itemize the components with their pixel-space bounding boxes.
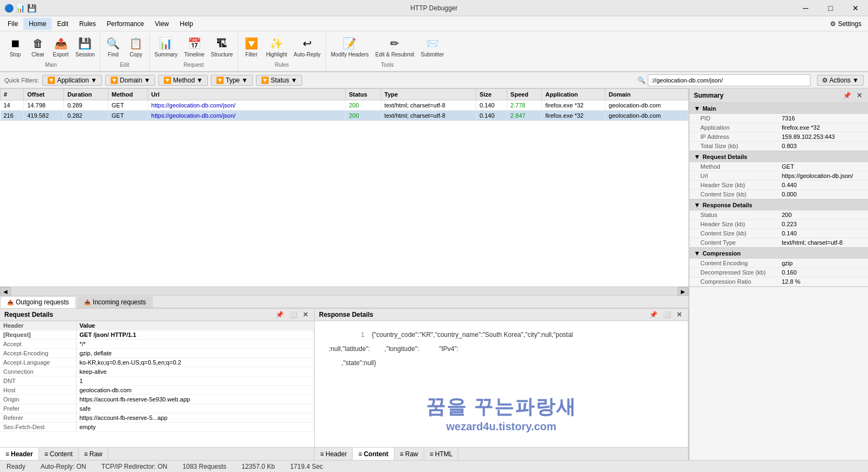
structure-button[interactable]: 🏗 Structure bbox=[208, 34, 236, 60]
menu-home[interactable]: Home bbox=[23, 18, 52, 30]
method-filter[interactable]: 🔽 Method ▼ bbox=[158, 75, 208, 86]
summary-value: 0.223 bbox=[782, 221, 797, 227]
request-table[interactable]: # Offset Duration Method Url Status Type… bbox=[0, 88, 688, 286]
col-method: Method bbox=[108, 89, 148, 100]
resp-close-button[interactable]: ✕ bbox=[675, 311, 684, 318]
req-tab-header[interactable]: ≡ Header bbox=[0, 448, 39, 460]
summary-row: Total Size (kb) 0.803 bbox=[690, 142, 868, 151]
resp-pin-button[interactable]: 📌 bbox=[648, 311, 659, 318]
session-button[interactable]: 💾 Session bbox=[73, 34, 98, 60]
menu-help[interactable]: Help bbox=[174, 18, 199, 30]
close-button[interactable]: ✕ bbox=[843, 0, 868, 16]
actions-chevron-icon: ▼ bbox=[852, 76, 859, 84]
status-filter[interactable]: 🔽 Status ▼ bbox=[256, 75, 302, 86]
content-tab-icon: ≡ bbox=[44, 450, 48, 458]
find-button[interactable]: 🔍 Find bbox=[103, 34, 124, 60]
type-filter[interactable]: 🔽 Type ▼ bbox=[211, 75, 253, 86]
application-filter-icon: 🔽 bbox=[47, 76, 55, 84]
application-filter[interactable]: 🔽 Application ▼ bbox=[42, 75, 102, 86]
summary-section-header[interactable]: ▼ Response Details bbox=[690, 200, 868, 211]
bottom-tab-bar: 📤 Outgoing requests 📥 Incoming requests bbox=[0, 295, 688, 308]
scroll-left-arrow[interactable]: ◀ bbox=[0, 287, 11, 296]
summary-key: Status bbox=[700, 212, 782, 218]
summary-close-button[interactable]: ✕ bbox=[855, 92, 864, 99]
app-icon2: 📊 bbox=[16, 4, 25, 12]
summary-row: Content Encoding gzip bbox=[690, 259, 868, 268]
edit-resubmit-button[interactable]: ✏ Edit & Resubmit bbox=[373, 34, 417, 60]
search-input[interactable] bbox=[648, 74, 810, 86]
list-item: Refererhttps://account-fb-reserve-5...ap… bbox=[0, 413, 314, 423]
list-item: Accept*/* bbox=[0, 340, 314, 349]
summary-sections: ▼ Main PID 7316 Application firefox.exe … bbox=[690, 103, 868, 287]
toolbar-group-main: ⏹ Stop 🗑 Clear 📤 Export 💾 Session Main bbox=[2, 34, 100, 71]
clear-button[interactable]: 🗑 Clear bbox=[27, 34, 49, 60]
search-area: 🔍 bbox=[637, 74, 810, 86]
menu-file[interactable]: File bbox=[2, 18, 23, 30]
export-button[interactable]: 📤 Export bbox=[50, 34, 72, 60]
list-item: Accept-Encodinggzip, deflate bbox=[0, 349, 314, 358]
summary-button[interactable]: 📊 Summary bbox=[152, 34, 181, 60]
table-row[interactable]: 216 419.582 0.282 GET https://geolocatio… bbox=[1, 111, 688, 121]
minimize-button[interactable]: ─ bbox=[793, 0, 818, 16]
summary-panel: Summary 📌 ✕ ▼ Main PID 7316 Application … bbox=[689, 88, 868, 460]
pin-button[interactable]: 📌 bbox=[274, 311, 285, 318]
menu-rules[interactable]: Rules bbox=[74, 18, 101, 30]
summary-pin-button[interactable]: 📌 bbox=[841, 92, 853, 99]
resp-tab-header[interactable]: ≡ Header bbox=[315, 448, 353, 460]
summary-section-header[interactable]: ▼ Main bbox=[690, 103, 868, 114]
timeline-button[interactable]: 📅 Timeline bbox=[181, 34, 207, 60]
summary-row: Content Size (kb) 0.000 bbox=[690, 190, 868, 199]
type-filter-icon: 🔽 bbox=[216, 76, 224, 84]
summary-key: Compression Ratio bbox=[700, 278, 782, 285]
summary-value: GET bbox=[782, 163, 794, 170]
filter-button[interactable]: 🔽 Filter bbox=[240, 34, 262, 60]
summary-section-header[interactable]: ▼ Request Details bbox=[690, 151, 868, 162]
horizontal-scrollbar[interactable]: ◀ ▶ bbox=[0, 286, 688, 295]
stop-button[interactable]: ⏹ Stop bbox=[4, 34, 26, 60]
req-tab-raw[interactable]: ≡ Raw bbox=[79, 448, 108, 460]
status-ready: Ready bbox=[4, 463, 28, 470]
col-domain: Domain bbox=[605, 89, 688, 100]
resp-tab-raw[interactable]: ≡ Raw bbox=[394, 448, 424, 460]
menu-edit[interactable]: Edit bbox=[52, 18, 74, 30]
submitter-button[interactable]: 📨 Submitter bbox=[418, 34, 447, 60]
app-icon3: 💾 bbox=[27, 4, 36, 12]
status-tcpip: TCP/IP Redirector: ON bbox=[99, 463, 170, 470]
response-panel-footer: ≡ Header ≡ Content ≡ Raw ≡ HTML bbox=[315, 447, 688, 460]
copy-button[interactable]: 📋 Copy bbox=[125, 34, 147, 60]
incoming-icon: 📥 bbox=[84, 299, 91, 305]
modify-headers-button[interactable]: 📝 Modify Headers bbox=[328, 34, 372, 60]
scroll-right-arrow[interactable]: ▶ bbox=[678, 287, 688, 296]
resp-tab-content[interactable]: ≡ Content bbox=[353, 448, 394, 460]
toolbar-group-rules: 🔽 Filter ✨ Highlight ↩ Auto-Reply Rules bbox=[238, 34, 326, 71]
actions-button[interactable]: ⚙ Actions ▼ bbox=[817, 75, 864, 86]
collapse-icon: ▼ bbox=[694, 250, 700, 257]
tab-outgoing[interactable]: 📤 Outgoing requests bbox=[0, 296, 76, 308]
filter-icon: 🔽 bbox=[244, 36, 259, 51]
settings-link[interactable]: ⚙ Settings bbox=[826, 18, 866, 30]
req-tab-content[interactable]: ≡ Content bbox=[39, 448, 79, 460]
resp-tab-html[interactable]: ≡ HTML bbox=[424, 448, 459, 460]
request-panel-footer: ≡ Header ≡ Content ≡ Raw bbox=[0, 447, 314, 460]
timeline-icon: 📅 bbox=[187, 36, 202, 51]
resp-expand-button[interactable]: ⬜ bbox=[661, 311, 673, 318]
summary-value: 7316 bbox=[782, 115, 795, 122]
toolbar: ⏹ Stop 🗑 Clear 📤 Export 💾 Session Main 🔍… bbox=[0, 31, 868, 72]
summary-section-header[interactable]: ▼ Compression bbox=[690, 248, 868, 259]
summary-row: Decompressed Size (kb) 0.160 bbox=[690, 268, 868, 277]
summary-row: PID 7316 bbox=[690, 114, 868, 123]
expand-button[interactable]: ⬜ bbox=[288, 311, 299, 318]
col-type: Type bbox=[381, 89, 476, 100]
tab-incoming[interactable]: 📥 Incoming requests bbox=[77, 296, 153, 308]
summary-row: Content Type text/html; charset=utf-8 bbox=[690, 238, 868, 247]
maximize-button[interactable]: □ bbox=[818, 0, 843, 16]
highlight-button[interactable]: ✨ Highlight bbox=[263, 34, 290, 60]
req-col-value: Value bbox=[76, 321, 314, 330]
close-panel-button[interactable]: ✕ bbox=[301, 311, 310, 318]
table-row[interactable]: 14 14.798 0.289 GET https://geolocation-… bbox=[1, 100, 688, 111]
domain-filter[interactable]: 🔽 Domain ▼ bbox=[105, 75, 155, 86]
autoreply-button[interactable]: ↩ Auto-Reply bbox=[291, 34, 323, 60]
menu-view[interactable]: View bbox=[149, 18, 174, 30]
resp-header-icon: ≡ bbox=[320, 450, 324, 458]
menu-performance[interactable]: Performance bbox=[101, 18, 150, 30]
